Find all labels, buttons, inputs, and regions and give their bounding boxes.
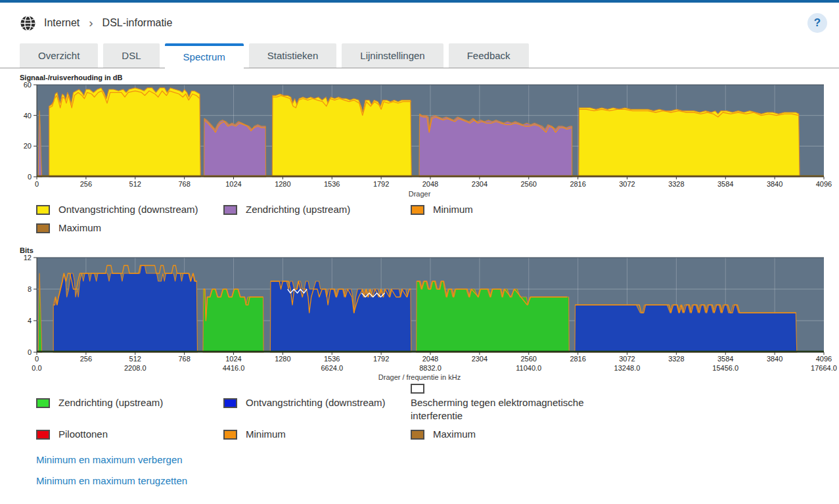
- snr-chart: 0204060025651276810241280153617922048230…: [0, 82, 839, 190]
- tab-spectrum[interactable]: Spectrum: [165, 43, 244, 68]
- svg-text:0: 0: [35, 180, 39, 188]
- legend-item-minimum-bits: Minimum: [223, 428, 411, 441]
- svg-text:1280: 1280: [275, 180, 290, 188]
- bits-legend: Zendrichting (upstream) Ontvangstrichtin…: [0, 384, 839, 442]
- svg-text:40: 40: [24, 112, 32, 120]
- svg-text:1024: 1024: [225, 355, 241, 363]
- svg-text:2208.0: 2208.0: [124, 364, 147, 372]
- svg-text:1792: 1792: [373, 355, 389, 363]
- svg-text:8: 8: [28, 285, 32, 293]
- tab-bar: Overzicht DSL Spectrum Statistieken Lijn…: [0, 43, 839, 68]
- tab-overzicht[interactable]: Overzicht: [20, 43, 98, 68]
- svg-text:8832.0: 8832.0: [419, 364, 442, 372]
- svg-text:768: 768: [178, 355, 190, 363]
- maximum-bits-swatch: [411, 430, 424, 440]
- svg-text:20: 20: [24, 142, 32, 150]
- breadcrumb-internet[interactable]: Internet: [44, 17, 79, 29]
- bits-chart-title: Bits: [20, 246, 839, 254]
- svg-text:17664.0: 17664.0: [811, 364, 837, 372]
- svg-text:3584: 3584: [717, 180, 733, 188]
- svg-text:1792: 1792: [373, 180, 389, 188]
- svg-text:3072: 3072: [619, 355, 635, 363]
- legend-item-upstream-snr: Zendrichting (upstream): [223, 203, 411, 216]
- svg-text:2048: 2048: [422, 355, 438, 363]
- help-button[interactable]: ?: [807, 13, 827, 33]
- downstream-bits-swatch: [223, 398, 237, 408]
- breadcrumb: Internet › DSL-informatie: [44, 16, 172, 30]
- svg-text:256: 256: [80, 355, 92, 363]
- svg-text:0: 0: [35, 355, 39, 363]
- svg-text:768: 768: [178, 180, 190, 188]
- internet-globe-icon: [20, 15, 36, 32]
- svg-text:3072: 3072: [619, 180, 635, 188]
- svg-text:6624.0: 6624.0: [321, 364, 343, 372]
- svg-text:11040.0: 11040.0: [516, 364, 541, 372]
- legend-item-emi-protection: Bescherming tegen elektromagnetische int…: [411, 384, 839, 423]
- svg-text:2560: 2560: [521, 180, 537, 188]
- snr-legend: Ontvangstrichting (downstream) Zendricht…: [0, 203, 839, 235]
- breadcrumb-dsl-informatie[interactable]: DSL-informatie: [102, 17, 173, 29]
- snr-chart-xlabel: Drager: [0, 190, 839, 198]
- svg-text:13248.0: 13248.0: [614, 364, 641, 372]
- svg-text:1536: 1536: [324, 180, 340, 188]
- svg-text:0: 0: [28, 173, 32, 181]
- svg-text:2816: 2816: [570, 355, 585, 363]
- legend-item-maximum-bits: Maximum: [411, 428, 839, 441]
- svg-text:1536: 1536: [324, 355, 340, 363]
- header: Internet › DSL-informatie ?: [0, 3, 839, 43]
- svg-text:4416.0: 4416.0: [223, 364, 245, 372]
- tab-statistieken[interactable]: Statistieken: [249, 43, 337, 68]
- svg-text:256: 256: [80, 180, 92, 188]
- dsl-information-page: Internet › DSL-informatie ? Overzicht DS…: [0, 0, 839, 504]
- svg-text:512: 512: [129, 180, 141, 188]
- hide-minmax-link[interactable]: Minimum en maximum verbergen: [36, 454, 839, 465]
- bits-chart: 0481202565127681024128015361792204823042…: [0, 255, 839, 373]
- svg-text:512: 512: [129, 355, 141, 363]
- svg-text:2048: 2048: [422, 180, 438, 188]
- svg-text:4096: 4096: [816, 355, 832, 363]
- legend-item-upstream-bits: Zendrichting (upstream): [36, 396, 223, 409]
- svg-text:2304: 2304: [472, 355, 488, 363]
- svg-text:3328: 3328: [668, 180, 684, 188]
- tab-feedback[interactable]: Feedback: [449, 43, 529, 68]
- legend-item-minimum-snr: Minimum: [411, 203, 839, 216]
- tab-lijninstellingen[interactable]: Lijninstellingen: [342, 43, 443, 68]
- minimum-bits-swatch: [223, 430, 237, 440]
- legend-item-maximum-snr: Maximum: [36, 221, 223, 235]
- svg-text:3840: 3840: [767, 180, 782, 188]
- svg-text:3840: 3840: [767, 355, 782, 363]
- svg-text:2304: 2304: [472, 180, 488, 188]
- svg-text:3328: 3328: [668, 355, 684, 363]
- svg-text:0: 0: [28, 348, 32, 356]
- svg-text:0.0: 0.0: [32, 364, 41, 372]
- snr-chart-title: Signaal-/ruisverhouding in dB: [20, 74, 839, 81]
- svg-text:3584: 3584: [717, 355, 733, 363]
- legend-item-downstream-snr: Ontvangstrichting (downstream): [36, 203, 223, 216]
- bits-chart-xlabel: Drager / frequentie in kHz: [0, 373, 839, 381]
- upstream-bits-swatch: [36, 398, 50, 408]
- svg-text:12: 12: [24, 255, 32, 262]
- legend-item-downstream-bits: Ontvangstrichting (downstream): [223, 396, 411, 409]
- reset-minmax-link[interactable]: Minimum en maximum terugzetten: [36, 475, 839, 486]
- svg-text:1024: 1024: [225, 180, 241, 188]
- svg-text:1280: 1280: [275, 355, 290, 363]
- downstream-swatch: [36, 205, 50, 215]
- maximum-swatch: [36, 223, 50, 233]
- emi-swatch: [411, 384, 424, 394]
- svg-text:4: 4: [28, 317, 32, 325]
- svg-text:2560: 2560: [521, 355, 537, 363]
- svg-text:4096: 4096: [816, 180, 832, 188]
- legend-item-pilot-tones: Piloottonen: [36, 428, 223, 441]
- svg-text:15456.0: 15456.0: [712, 364, 738, 372]
- minmax-actions: Minimum en maximum verbergen Minimum en …: [0, 454, 839, 486]
- svg-text:60: 60: [24, 82, 32, 89]
- svg-text:2816: 2816: [570, 180, 585, 188]
- tab-dsl[interactable]: DSL: [103, 43, 159, 68]
- upstream-swatch: [223, 205, 237, 215]
- chevron-right-icon: ›: [89, 16, 93, 30]
- minimum-swatch: [411, 205, 424, 215]
- pilot-tones-swatch: [36, 430, 50, 440]
